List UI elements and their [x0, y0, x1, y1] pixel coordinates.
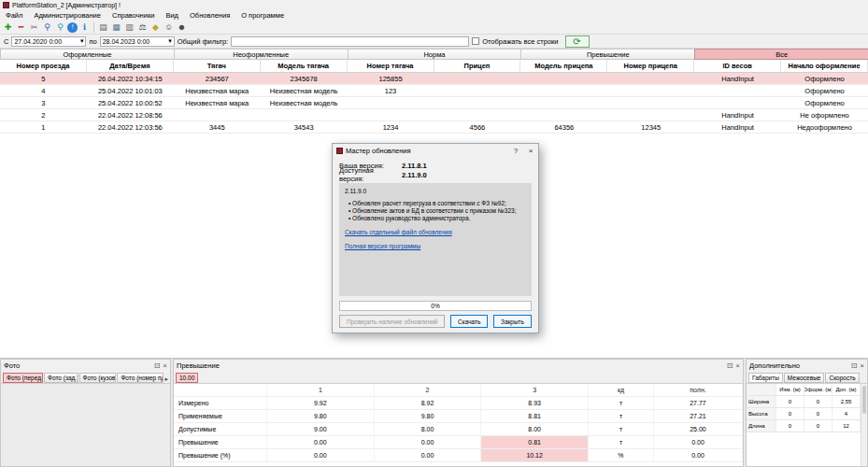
cell: 1 [0, 121, 87, 133]
help-icon[interactable]: ? [508, 144, 523, 158]
cell-highlighted: 0.81 [481, 436, 589, 449]
column-header[interactable]: Тягач [174, 60, 261, 72]
user-icon[interactable]: ☺ [163, 21, 175, 34]
refresh-button[interactable]: ⟳ [565, 35, 590, 48]
close-icon[interactable]: × [163, 361, 167, 370]
users-icon[interactable]: ☻ [176, 21, 188, 34]
tab-all[interactable]: Все [694, 49, 868, 60]
photo-tab-front[interactable]: Фото (перед.) [3, 373, 43, 383]
cell: 25.00 [654, 423, 743, 436]
cell: 3445 [174, 121, 261, 133]
row-label: Измерено [174, 397, 267, 410]
menu-updates[interactable]: Обновления [184, 11, 235, 20]
column-header[interactable]: Начало оформление [781, 60, 868, 72]
search-icon[interactable]: ⚲ [41, 21, 53, 34]
menu-view[interactable]: Вид [160, 11, 184, 20]
save-icon[interactable]: ▦ [110, 21, 122, 34]
excess-panel-title: Превышение [177, 361, 220, 370]
column-header[interactable]: Модель прицепа [520, 60, 607, 72]
cell: HandInput [694, 109, 781, 120]
table-row[interactable]: 3 25.04.2022 10:00:52 Неизвестная марка … [0, 97, 868, 109]
close-icon[interactable]: × [523, 144, 538, 158]
date-to-picker[interactable]: 28.04.2023 0:00 ▾ [100, 36, 175, 47]
tab-overflow-icon[interactable]: ▸ [164, 375, 168, 383]
show-all-checkbox[interactable] [472, 37, 479, 45]
column-header[interactable]: Модель тягача [261, 60, 348, 72]
column-header[interactable]: ID весов [694, 60, 781, 72]
key-icon[interactable]: ◆ [149, 21, 162, 34]
global-filter-input[interactable] [231, 36, 469, 47]
pin-icon[interactable]: ⊡ [727, 361, 733, 370]
tab-unissued[interactable]: Неоформленные [174, 49, 349, 60]
photo-tab-body[interactable]: Фото (кузов) [79, 373, 117, 383]
extra-tab-speed[interactable]: Скорость [825, 373, 859, 383]
cell: 1234 [348, 121, 434, 133]
column-header[interactable]: Номер проезда [0, 60, 87, 72]
tab-issued[interactable]: Оформленные [0, 49, 175, 60]
refresh-icon: ⟳ [573, 36, 580, 47]
add-icon[interactable]: ✚ [2, 21, 14, 34]
changelog-item: Обновлен расчет перегруза в соответствии… [349, 200, 526, 206]
column-header[interactable]: Номер прицепа [607, 60, 694, 72]
close-button[interactable]: Закрыть [493, 315, 532, 328]
table-row[interactable]: 2 22.04.2022 12:08:56 HandInput Не оформ… [0, 109, 868, 121]
full-version-link[interactable]: Полная версия программы [345, 243, 526, 249]
search-plate-icon[interactable]: ⚲ [54, 21, 66, 34]
column-header[interactable]: Номер тягача [348, 60, 434, 72]
extra-tab-dimensions[interactable]: Габариты [748, 373, 783, 383]
edit-icon[interactable]: ✂ [28, 21, 40, 34]
row-label: Ширина [747, 396, 776, 408]
menu-directories[interactable]: Справочники [107, 11, 160, 20]
scales-icon[interactable]: ⚖ [136, 21, 149, 34]
tab-excess[interactable]: Превышение [520, 49, 695, 60]
scrollbar[interactable] [861, 384, 867, 466]
download-update-file-link[interactable]: Скачать отдельный файл обновления [345, 229, 526, 235]
changelog-item: Обновление актов и БД в соответствии с п… [349, 207, 526, 214]
extra-col-header: Изм. (м) [776, 384, 804, 396]
column-header[interactable]: Прицеп [434, 60, 521, 72]
row-label: Допустимые [174, 423, 267, 436]
photo-panel-header: Фото ⊡ × [1, 360, 170, 371]
excess-table: 1 2 3 кд полн. Измерено 9.92 8.92 8.93 т… [174, 383, 743, 466]
menu-file[interactable]: Файл [0, 11, 28, 20]
photo-tab-plate[interactable]: Фото (номер пд) [117, 373, 164, 383]
check-updates-button[interactable]: Проверить наличие обновлений [339, 315, 445, 328]
cell: 8.00 [375, 423, 482, 436]
date-from-picker[interactable]: 27.04.2020 0:00 ▾ [11, 36, 86, 47]
cell: 4566 [434, 121, 521, 133]
row-label: Превышение [174, 436, 267, 449]
table-row[interactable]: 1 22.04.2022 12:03:56 3445 34543 1234 45… [0, 121, 868, 134]
tab-norm[interactable]: Норма [348, 49, 522, 60]
changelog-box: 2.11.9.0 Обновлен расчет перегруза в соо… [339, 183, 532, 296]
close-icon[interactable]: × [860, 361, 864, 370]
excess-col-header: кд [589, 384, 654, 397]
download-button[interactable]: Скачать [450, 315, 488, 328]
cell: 0 [776, 396, 804, 408]
column-header[interactable]: Дата/Время [87, 60, 174, 72]
close-icon[interactable]: × [735, 361, 740, 370]
progress-bar: 0% [339, 301, 532, 311]
table-row[interactable]: 4 25.04.2022 10:01:03 Неизвестная марка … [0, 85, 868, 97]
pin-icon[interactable]: ⊡ [154, 361, 161, 370]
menu-about[interactable]: О программе [235, 11, 290, 20]
bottom-dock: Фото ⊡ × Фото (перед.) Фото (зад.) Фото … [0, 359, 868, 467]
cell: 0.00 [654, 449, 743, 462]
report-icon[interactable]: ▥ [123, 21, 135, 34]
cell: Оформлено [781, 73, 868, 84]
update-icon[interactable]: ↑ [67, 22, 78, 33]
cell [520, 85, 607, 96]
menu-administration[interactable]: Администрирование [28, 11, 107, 20]
document-icon[interactable]: ▤ [97, 21, 109, 34]
remove-icon[interactable]: ━ [15, 21, 27, 34]
cell: 8.81 [481, 410, 589, 423]
cell: 0.00 [267, 436, 375, 449]
table-row[interactable]: 5 26.04.2022 10:34:15 234567 2345678 125… [0, 73, 868, 85]
cell: 0.00 [654, 436, 743, 449]
scrollbar-thumb[interactable] [862, 386, 866, 414]
cell: 9.80 [267, 410, 375, 423]
excess-tab-10[interactable]: 10.00 [176, 373, 198, 383]
pin-icon[interactable]: ⊡ [851, 361, 858, 370]
info-icon[interactable]: ℹ [78, 21, 91, 34]
photo-tab-rear[interactable]: Фото (зад.) [44, 373, 78, 383]
extra-tab-axles[interactable]: Межосевые [784, 373, 825, 383]
